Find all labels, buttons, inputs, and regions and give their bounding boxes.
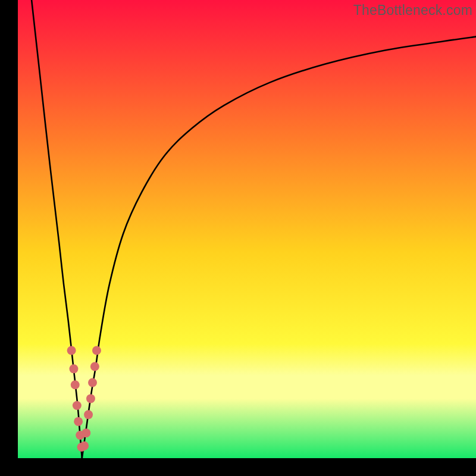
highlight-dot <box>80 441 89 450</box>
chart-svg <box>18 0 476 458</box>
highlight-dot <box>74 417 83 426</box>
highlight-dot <box>82 428 90 437</box>
watermark-text: TheBottleneck.com <box>353 2 472 18</box>
highlight-dot <box>71 380 80 389</box>
highlight-dot <box>84 410 93 419</box>
highlight-dot <box>86 394 95 403</box>
highlight-dot <box>69 364 78 373</box>
highlight-dot <box>88 378 97 387</box>
chart-frame: TheBottleneck.com <box>18 0 476 458</box>
highlight-dot <box>67 346 76 355</box>
gradient-background <box>18 0 476 458</box>
highlight-dot <box>90 362 99 371</box>
highlight-dot <box>73 401 82 410</box>
highlight-dot <box>92 346 101 355</box>
